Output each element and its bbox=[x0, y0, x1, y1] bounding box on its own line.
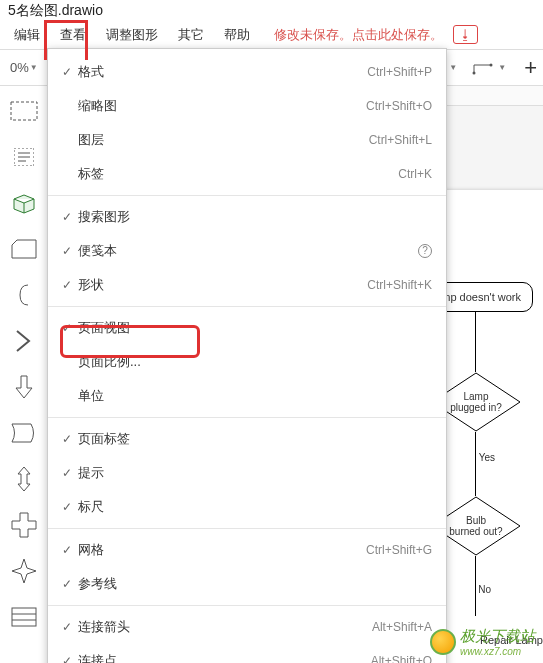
menu-item-label: 标尺 bbox=[78, 498, 432, 516]
shapes-sidebar bbox=[0, 86, 48, 663]
menu-item-label: 形状 bbox=[78, 276, 367, 294]
zoom-dropdown[interactable]: 0% ▼ bbox=[6, 58, 42, 77]
shape-cube[interactable] bbox=[5, 184, 43, 222]
check-icon: ✓ bbox=[56, 620, 78, 634]
menu-item[interactable]: ✓网格Ctrl+Shift+G bbox=[48, 533, 446, 567]
flow-edge bbox=[475, 556, 476, 616]
shape-arrow-down[interactable] bbox=[5, 368, 43, 406]
unsaved-warning[interactable]: 修改未保存。点击此处保存。 bbox=[268, 24, 449, 46]
menu-item[interactable]: 标签Ctrl+K bbox=[48, 157, 446, 191]
flow-edge bbox=[475, 312, 476, 372]
shape-chevron[interactable] bbox=[5, 322, 43, 360]
menu-item[interactable]: 缩略图Ctrl+Shift+O bbox=[48, 89, 446, 123]
watermark: 极光下载站 www.xz7.com bbox=[430, 627, 535, 657]
check-icon: ✓ bbox=[56, 65, 78, 79]
menu-shortcut: Ctrl+Shift+K bbox=[367, 278, 432, 292]
check-icon: ✓ bbox=[56, 654, 78, 663]
shape-rect-dashed[interactable] bbox=[5, 92, 43, 130]
shape-bracket[interactable] bbox=[5, 276, 43, 314]
menu-item-label: 参考线 bbox=[78, 575, 432, 593]
window-title: 5名绘图.drawio bbox=[0, 0, 543, 20]
shape-star4[interactable] bbox=[5, 552, 43, 590]
menu-item-label: 连接箭头 bbox=[78, 618, 372, 636]
menu-separator bbox=[48, 195, 446, 196]
menu-arrange[interactable]: 调整图形 bbox=[96, 22, 168, 48]
menu-shortcut: Ctrl+Shift+G bbox=[366, 543, 432, 557]
menu-shortcut: Alt+Shift+A bbox=[372, 620, 432, 634]
shape-arrow-updown[interactable] bbox=[5, 460, 43, 498]
menu-item[interactable]: ✓提示 bbox=[48, 456, 446, 490]
shape-text[interactable] bbox=[5, 138, 43, 176]
menu-item-label: 格式 bbox=[78, 63, 367, 81]
menu-view[interactable]: 查看 bbox=[50, 22, 96, 48]
menu-separator bbox=[48, 417, 446, 418]
menu-item[interactable]: ✓参考线 bbox=[48, 567, 446, 601]
menu-help[interactable]: 帮助 bbox=[214, 22, 260, 48]
menu-item[interactable]: ✓连接点Alt+Shift+O bbox=[48, 644, 446, 663]
menu-item[interactable]: ✓标尺 bbox=[48, 490, 446, 524]
menu-item-label: 连接点 bbox=[78, 652, 371, 663]
menubar: 编辑 查看 调整图形 其它 帮助 修改未保存。点击此处保存。 ⭳ bbox=[0, 20, 543, 50]
flow-label-no: No bbox=[478, 584, 491, 595]
menu-item[interactable]: ✓格式Ctrl+Shift+P bbox=[48, 55, 446, 89]
view-menu-dropdown: ✓格式Ctrl+Shift+P缩略图Ctrl+Shift+O图层Ctrl+Shi… bbox=[47, 48, 447, 663]
flow-label-yes: Yes bbox=[479, 452, 495, 463]
download-button[interactable]: ⭳ bbox=[453, 25, 478, 44]
menu-separator bbox=[48, 528, 446, 529]
menu-item[interactable]: ✓形状Ctrl+Shift+K bbox=[48, 268, 446, 302]
insert-button[interactable]: + bbox=[524, 55, 537, 81]
menu-shortcut: Ctrl+Shift+L bbox=[369, 133, 432, 147]
shape-card[interactable] bbox=[5, 230, 43, 268]
svg-point-1 bbox=[490, 63, 493, 66]
menu-item-label: 页面视图 bbox=[78, 319, 432, 337]
menu-item-label: 网格 bbox=[78, 541, 366, 559]
menu-item[interactable]: 页面比例... bbox=[48, 345, 446, 379]
chevron-down-icon: ▼ bbox=[498, 63, 506, 72]
check-icon: ✓ bbox=[56, 244, 78, 258]
check-icon: ✓ bbox=[56, 577, 78, 591]
menu-item[interactable]: 单位 bbox=[48, 379, 446, 413]
waypoint-style-dropdown[interactable]: ▼ bbox=[467, 57, 510, 79]
menu-item[interactable]: ✓连接箭头Alt+Shift+A bbox=[48, 610, 446, 644]
zoom-value: 0% bbox=[10, 60, 29, 75]
menu-item-label: 搜索图形 bbox=[78, 208, 432, 226]
chevron-down-icon: ▼ bbox=[449, 63, 457, 72]
menu-item-label: 标签 bbox=[78, 165, 398, 183]
menu-item-label: 页面标签 bbox=[78, 430, 432, 448]
check-icon: ✓ bbox=[56, 210, 78, 224]
menu-item-label: 单位 bbox=[78, 387, 432, 405]
watermark-url: www.xz7.com bbox=[460, 646, 535, 657]
menu-item[interactable]: ✓搜索图形 bbox=[48, 200, 446, 234]
check-icon: ✓ bbox=[56, 500, 78, 514]
menu-item[interactable]: 图层Ctrl+Shift+L bbox=[48, 123, 446, 157]
menu-edit[interactable]: 编辑 bbox=[4, 22, 50, 48]
shape-or[interactable] bbox=[5, 414, 43, 452]
check-icon: ✓ bbox=[56, 321, 78, 335]
menu-shortcut: Alt+Shift+O bbox=[371, 654, 432, 663]
shape-plus[interactable] bbox=[5, 506, 43, 544]
svg-rect-2 bbox=[11, 102, 37, 120]
menu-shortcut: Ctrl+Shift+O bbox=[366, 99, 432, 113]
menu-item-label: 图层 bbox=[78, 131, 369, 149]
chevron-down-icon: ▼ bbox=[30, 63, 38, 72]
menu-shortcut: Ctrl+K bbox=[398, 167, 432, 181]
menu-item-label: 便笺本 bbox=[78, 242, 414, 260]
menu-item-label: 页面比例... bbox=[78, 353, 432, 371]
help-icon[interactable]: ? bbox=[418, 244, 432, 258]
check-icon: ✓ bbox=[56, 432, 78, 446]
menu-item[interactable]: ✓页面标签 bbox=[48, 422, 446, 456]
menu-shortcut: Ctrl+Shift+P bbox=[367, 65, 432, 79]
check-icon: ✓ bbox=[56, 278, 78, 292]
menu-item[interactable]: ✓页面视图 bbox=[48, 311, 446, 345]
flow-edge bbox=[475, 432, 476, 496]
watermark-icon bbox=[430, 629, 456, 655]
check-icon: ✓ bbox=[56, 543, 78, 557]
svg-rect-7 bbox=[12, 608, 36, 626]
shape-list[interactable] bbox=[5, 598, 43, 636]
menu-separator bbox=[48, 605, 446, 606]
menu-extras[interactable]: 其它 bbox=[168, 22, 214, 48]
menu-item-label: 缩略图 bbox=[78, 97, 366, 115]
check-icon: ✓ bbox=[56, 466, 78, 480]
menu-item[interactable]: ✓便笺本? bbox=[48, 234, 446, 268]
menu-item-label: 提示 bbox=[78, 464, 432, 482]
